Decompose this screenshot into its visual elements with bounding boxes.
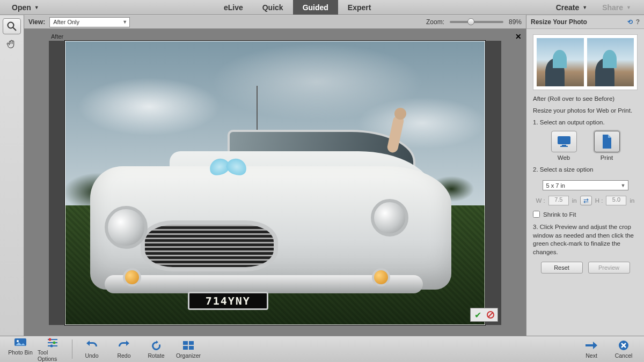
step3-label: 3. Click Preview and adjust the crop win… (533, 223, 638, 256)
svg-rect-17 (183, 346, 188, 350)
size-dropdown[interactable]: 5 x 7 in ▼ (543, 180, 628, 190)
rollover-hint: After (Roll over to see Before) (533, 95, 638, 102)
panel-header: Resize Your Photo ⟲ ? (526, 15, 644, 29)
open-menu[interactable]: Open ▼ (4, 3, 47, 12)
zoom-thumb[interactable] (467, 18, 474, 25)
undo-icon (85, 339, 99, 351)
create-menu[interactable]: Create▼ (548, 3, 595, 12)
output-print[interactable]: Print (591, 131, 623, 161)
menubar: Open ▼ eLive Quick Guided Expert Create▼… (0, 0, 644, 15)
svg-rect-18 (189, 346, 194, 350)
redo-button[interactable]: Redo (109, 339, 139, 359)
tool-strip (0, 15, 24, 336)
redo-icon (117, 339, 131, 351)
zoom-tool[interactable] (3, 18, 21, 34)
crop-confirm-box: ✔ (470, 308, 498, 322)
options-bar: View: After Only ▼ Zoom: 89% (24, 15, 526, 29)
photo-bin-icon (13, 336, 27, 348)
photo: 714YNY (65, 41, 485, 325)
svg-line-1 (13, 28, 17, 31)
canvas-stage: After ✕ 714YNY ✔ (24, 29, 526, 336)
next-button[interactable]: Next (576, 339, 606, 359)
grid-icon (181, 339, 195, 351)
hand-tool[interactable] (3, 36, 21, 53)
shrink-checkbox[interactable] (533, 211, 540, 218)
output-web[interactable]: Web (548, 131, 580, 161)
chevron-down-icon: ▼ (34, 5, 39, 10)
view-label: View: (28, 18, 45, 26)
sliders-icon (46, 336, 60, 348)
swap-icon[interactable]: ⇄ (580, 196, 592, 205)
cancel-button[interactable]: Cancel (609, 339, 639, 359)
output-web-label: Web (558, 154, 570, 161)
reset-button[interactable]: Reset (541, 262, 583, 274)
chevron-down-icon: ▼ (122, 19, 127, 25)
crop-shade (485, 41, 501, 325)
h-unit: in (630, 197, 634, 204)
svg-line-3 (488, 313, 493, 317)
h-label: H : (595, 197, 603, 204)
image-viewport[interactable]: 714YNY ✔ (49, 41, 501, 325)
organizer-button[interactable]: Organizer (173, 339, 203, 359)
shrink-label: Shrink to Fit (543, 211, 576, 218)
svg-rect-4 (558, 136, 570, 144)
reset-panel-icon[interactable]: ⟲ (627, 18, 633, 26)
chevron-down-icon: ▼ (621, 183, 626, 188)
close-icon[interactable]: ✕ (515, 32, 522, 41)
svg-rect-16 (189, 341, 194, 345)
cancel-icon (617, 339, 631, 351)
tab-elive[interactable]: eLive (214, 0, 253, 14)
svg-point-13 (53, 342, 56, 344)
step2-label: 2. Select a size option (533, 166, 638, 173)
bottom-bar: Photo Bin Tool Options Undo Redo Rotate … (0, 336, 644, 362)
share-menu[interactable]: Share▼ (595, 3, 639, 12)
tab-quick[interactable]: Quick (253, 0, 293, 14)
view-value: After Only (53, 19, 79, 25)
separator (72, 339, 72, 359)
panel-title: Resize Your Photo (531, 18, 587, 26)
tab-expert[interactable]: Expert (338, 0, 381, 14)
rotate-icon (149, 339, 163, 351)
arrow-right-icon (584, 339, 598, 351)
undo-button[interactable]: Undo (77, 339, 107, 359)
photo-bin-button[interactable]: Photo Bin (5, 336, 35, 362)
svg-point-12 (49, 338, 52, 341)
chevron-down-icon: ▼ (582, 5, 587, 10)
open-label: Open (12, 3, 31, 12)
document-icon (594, 131, 620, 152)
view-dropdown[interactable]: After Only ▼ (49, 17, 130, 27)
height-input[interactable]: 5.0 (606, 196, 626, 205)
chevron-down-icon: ▼ (626, 5, 631, 10)
help-icon[interactable]: ? (636, 18, 640, 26)
thumb-after (587, 38, 634, 86)
tab-guided[interactable]: Guided (293, 0, 338, 14)
cancel-crop-icon[interactable] (485, 309, 496, 320)
zoom-slider[interactable] (450, 21, 503, 23)
commit-icon[interactable]: ✔ (472, 309, 484, 320)
thumb-before (537, 38, 584, 86)
shrink-to-fit[interactable]: Shrink to Fit (533, 211, 638, 218)
width-input[interactable]: 7.5 (548, 196, 569, 205)
rotate-button[interactable]: Rotate (141, 339, 171, 359)
preview-button[interactable]: Preview (588, 262, 630, 274)
tool-options-button[interactable]: Tool Options (38, 336, 68, 362)
canvas-label: After (51, 33, 63, 40)
monitor-icon (551, 131, 577, 152)
svg-point-14 (50, 345, 53, 348)
zoom-label: Zoom: (426, 18, 444, 26)
output-print-label: Print (601, 154, 613, 161)
svg-point-8 (17, 340, 19, 342)
svg-point-0 (8, 23, 14, 28)
svg-rect-15 (183, 341, 188, 345)
dimensions-row: W : 7.5 in ⇄ H : 5.0 in (533, 196, 638, 205)
panel-intro: Resize your photos for Web or Print. (533, 107, 638, 114)
svg-rect-5 (562, 145, 566, 146)
svg-rect-6 (560, 146, 568, 147)
license-plate: 714YNY (188, 292, 268, 310)
w-label: W : (536, 197, 545, 204)
crop-shade (49, 41, 65, 325)
step1-label: 1. Select an output option. (533, 119, 638, 125)
zoom-value: 89% (509, 18, 522, 26)
before-after-thumbs[interactable] (533, 34, 638, 90)
guided-panel: Resize Your Photo ⟲ ? After (Roll over t… (526, 15, 644, 336)
